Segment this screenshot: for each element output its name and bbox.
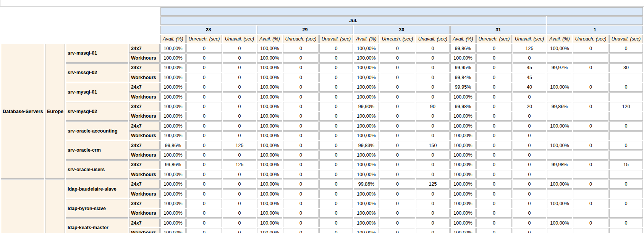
table-row: ldap-byron-slave24x7100,00%00100,00%0010… [1, 199, 643, 208]
value-cell: 99,95% [450, 83, 476, 92]
timeperiod-cell: 24x7 [129, 121, 160, 130]
host-name-cell: srv-mysql-02 [66, 102, 128, 121]
value-cell: 0 [223, 209, 256, 218]
value-cell: 0 [283, 218, 319, 227]
value-cell: 0 [283, 53, 319, 62]
value-cell: 100,00% [257, 228, 282, 233]
value-cell: 0 [186, 180, 222, 188]
timeperiod-cell: 24x7 [129, 218, 160, 227]
value-cell: 125 [223, 160, 256, 169]
value-cell: 0 [380, 92, 415, 101]
value-cell: 0 [476, 53, 512, 62]
value-cell: 100,00% [354, 150, 379, 159]
value-cell: 0 [476, 209, 512, 218]
value-cell [573, 131, 608, 140]
timeperiod-cell: 24x7 [129, 199, 160, 208]
value-cell: 0 [476, 150, 512, 159]
timeperiod-cell: 24x7 [129, 102, 160, 111]
value-cell: 100,00% [160, 199, 186, 208]
table-row: srv-mysql-0224x7100,00%00100,00%0099,90%… [1, 102, 643, 111]
value-cell: 0 [476, 160, 512, 169]
month-header-cell: Jul. [160, 16, 546, 25]
host-name-cell: srv-mssql-01 [66, 44, 128, 63]
value-cell [547, 53, 572, 62]
value-cell: 100,00% [354, 160, 379, 169]
value-cell: 0 [319, 209, 353, 218]
day-header-cell: 31 [450, 26, 546, 34]
table-row: srv-oracle-users24x799,86%0125100,00%001… [1, 160, 643, 169]
value-cell: 0 [186, 102, 222, 111]
metric-header-cell: Avail. (%) [547, 35, 572, 43]
value-cell: 0 [476, 170, 512, 179]
value-cell: 0 [476, 92, 512, 101]
value-cell: 0 [283, 121, 319, 130]
value-cell: 100,00% [354, 73, 379, 82]
value-cell: 100,00% [450, 131, 476, 140]
value-cell: 100,00% [257, 209, 282, 218]
value-cell: 0 [476, 63, 512, 72]
value-cell: 0 [573, 199, 608, 208]
table-row [1, 7, 643, 16]
value-cell: 100,00% [257, 92, 282, 101]
value-cell: 0 [609, 44, 643, 53]
timeperiod-cell: Workhours [129, 228, 160, 233]
value-cell: 0 [476, 83, 512, 92]
value-cell: 100,00% [257, 141, 282, 150]
value-cell: 100,00% [450, 189, 476, 198]
value-cell: 0 [416, 131, 450, 140]
value-cell [609, 228, 643, 233]
metric-header-cell: Unavail. (sec) [223, 35, 256, 43]
value-cell: 99,95% [450, 63, 476, 72]
value-cell: 0 [186, 170, 222, 179]
value-cell: 0 [319, 189, 353, 198]
value-cell: 0 [319, 121, 353, 130]
value-cell: 0 [380, 112, 415, 121]
group-name-cell: Database-Servers [1, 44, 44, 179]
value-cell: 15 [609, 160, 643, 169]
value-cell: 0 [186, 160, 222, 169]
value-cell: 0 [380, 102, 415, 111]
value-cell: 0 [380, 131, 415, 140]
metric-header-cell: Unavail. (sec) [416, 35, 450, 43]
value-cell: 0 [319, 150, 353, 159]
value-cell: 99,86% [354, 180, 379, 188]
host-name-cell: ldap-baudelaire-slave [66, 180, 128, 198]
group-name-cell [1, 180, 44, 233]
value-cell [573, 112, 608, 121]
value-cell: 0 [380, 44, 415, 53]
value-cell: 0 [609, 180, 643, 188]
value-cell: 0 [476, 102, 512, 111]
value-cell: 0 [513, 131, 546, 140]
value-cell: 99,86% [547, 102, 572, 111]
value-cell: 0 [476, 199, 512, 208]
value-cell: 0 [319, 160, 353, 169]
value-cell: 100,00% [160, 150, 186, 159]
day-header-cell: 1 [547, 26, 643, 34]
value-cell: 99,86% [160, 160, 186, 169]
value-cell: 0 [223, 170, 256, 179]
value-cell: 0 [283, 131, 319, 140]
value-cell: 0 [380, 73, 415, 82]
value-cell [609, 209, 643, 218]
value-cell: 0 [513, 53, 546, 62]
value-cell [609, 131, 643, 140]
value-cell: 0 [476, 73, 512, 82]
value-cell: 100,00% [160, 121, 186, 130]
next-month-header-cell [547, 16, 643, 25]
location-cell: Europe [45, 44, 65, 179]
value-cell: 100,00% [354, 131, 379, 140]
value-cell: 0 [283, 199, 319, 208]
value-cell: 99,83% [354, 141, 379, 150]
value-cell: 0 [223, 63, 256, 72]
value-cell: 100,00% [354, 112, 379, 121]
value-cell: 0 [609, 83, 643, 92]
timeperiod-cell: Workhours [129, 92, 160, 101]
value-cell: 0 [380, 209, 415, 218]
value-cell: 0 [319, 73, 353, 82]
value-cell: 100,00% [450, 112, 476, 121]
value-cell: 0 [573, 83, 608, 92]
value-cell: 0 [380, 121, 415, 130]
value-cell: 0 [513, 180, 546, 188]
value-cell: 0 [476, 180, 512, 188]
value-cell: 100,00% [450, 121, 476, 130]
